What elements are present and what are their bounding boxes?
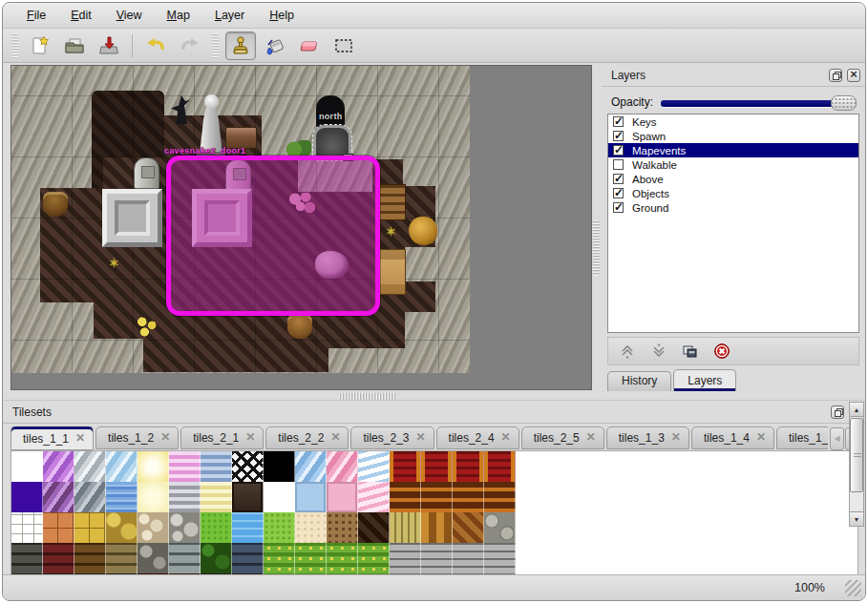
tile-brick-gray[interactable] — [421, 543, 453, 573]
toolbar-grip[interactable] — [11, 33, 18, 58]
tile-blue-solid[interactable] — [295, 482, 327, 512]
tile-grass2[interactable] — [264, 512, 295, 543]
tile-brick-white[interactable] — [11, 512, 43, 543]
tile-grassrow[interactable] — [327, 543, 358, 573]
tile-bamboo[interactable] — [390, 512, 421, 543]
tile-pale-yellow[interactable] — [138, 482, 169, 512]
tile-crys-blue[interactable] — [106, 451, 138, 482]
stamp-tool-icon[interactable] — [225, 31, 256, 60]
raise-layer-icon[interactable] — [616, 340, 639, 363]
toolbar-grip[interactable] — [212, 33, 219, 58]
tileset-tab-tiles_1_4[interactable]: tiles_1_4✕ — [691, 426, 774, 449]
tile-pink-solid[interactable] — [327, 482, 358, 512]
tab-close-icon[interactable]: ✕ — [330, 431, 340, 443]
tab-close-icon[interactable]: ✕ — [501, 431, 511, 443]
layer-row-walkable[interactable]: Walkable — [608, 157, 858, 172]
menu-edit[interactable]: Edit — [60, 6, 102, 25]
tile-wave-pink[interactable] — [358, 482, 390, 512]
layer-row-objects[interactable]: Objects — [608, 186, 858, 200]
scroll-down-icon[interactable]: ▼ — [850, 511, 863, 526]
close-panel-icon[interactable] — [847, 69, 860, 82]
menu-view[interactable]: View — [106, 6, 153, 25]
tile-wall-gray[interactable] — [169, 543, 201, 573]
tileset-tab-tiles_2_4[interactable]: tiles_2_4✕ — [436, 426, 519, 449]
map-viewport[interactable]: ✶ ✶ cavesnake2_door1 north — [11, 65, 592, 390]
menu-file[interactable]: File — [16, 6, 56, 25]
tile-stripe-pink[interactable] — [169, 451, 201, 482]
float-panel-icon[interactable] — [829, 69, 842, 82]
delete-layer-icon[interactable] — [710, 340, 733, 363]
tab-close-icon[interactable]: ✕ — [756, 431, 766, 443]
tile-glow-yellow[interactable] — [138, 451, 169, 482]
tile-stone-gray[interactable] — [169, 512, 201, 543]
rect-select-tool-icon[interactable] — [328, 31, 359, 60]
tile-carpet-red[interactable] — [484, 451, 516, 482]
tile-crys-silver[interactable] — [74, 451, 106, 482]
layer-visibility-checkbox[interactable] — [613, 202, 624, 213]
open-file-icon[interactable] — [59, 31, 90, 60]
tile-tile-gold[interactable] — [74, 512, 106, 543]
tile-cobble-yellow[interactable] — [106, 512, 138, 543]
layer-row-mapevents[interactable]: Mapevents — [608, 143, 858, 157]
tile-shingle[interactable] — [358, 512, 390, 543]
tile-crys-silver2[interactable] — [74, 482, 106, 512]
layer-visibility-checkbox[interactable] — [613, 188, 624, 198]
tile-dirt[interactable] — [327, 512, 358, 543]
layer-visibility-checkbox[interactable] — [613, 145, 624, 156]
tile-crys-blue2[interactable] — [295, 451, 327, 482]
tile-wall-blue[interactable] — [232, 543, 264, 573]
duplicate-layer-icon[interactable] — [679, 340, 702, 363]
scrollbar-thumb[interactable] — [850, 418, 863, 492]
tile-brick-gray[interactable] — [453, 543, 484, 573]
tile-pebble[interactable] — [138, 512, 169, 543]
fill-tool-icon[interactable] — [260, 31, 290, 60]
tab-close-icon[interactable]: ✕ — [415, 431, 425, 443]
tile-sign[interactable] — [232, 482, 264, 512]
tile-carpet-brown[interactable] — [484, 482, 516, 512]
tile-carpet-brown[interactable] — [453, 482, 484, 512]
tile-black[interactable] — [264, 451, 295, 482]
redo-icon[interactable] — [175, 31, 205, 60]
layer-row-spawn[interactable]: Spawn — [608, 129, 858, 143]
opacity-slider[interactable] — [661, 100, 856, 107]
new-file-icon[interactable] — [25, 31, 55, 60]
tile-crys-purple[interactable] — [43, 451, 74, 482]
tile-carpet-red[interactable] — [453, 451, 484, 482]
menu-map[interactable]: Map — [157, 6, 201, 25]
tile-stripe-gray[interactable] — [169, 482, 201, 512]
layer-row-keys[interactable]: Keys — [608, 114, 858, 129]
scroll-up-icon[interactable]: ▲ — [850, 403, 863, 417]
tile-carpet-red[interactable] — [390, 451, 421, 482]
layer-row-ground[interactable]: Ground — [608, 200, 858, 215]
map-selection-rect[interactable] — [166, 156, 380, 316]
tile-grassrow[interactable] — [264, 543, 295, 573]
menu-help[interactable]: Help — [259, 6, 305, 25]
layer-visibility-checkbox[interactable] — [613, 131, 624, 141]
tile-brick-gray[interactable] — [390, 543, 421, 573]
tile-wall-brown[interactable] — [74, 543, 106, 573]
tile-water-shimmer[interactable] — [106, 482, 138, 512]
vertical-splitter[interactable] — [593, 220, 600, 276]
tile-carpet-red[interactable] — [421, 451, 453, 482]
tab-close-icon[interactable]: ✕ — [75, 432, 85, 444]
layer-visibility-checkbox[interactable] — [613, 159, 624, 170]
tile-tile-orange[interactable] — [43, 512, 74, 543]
horizontal-splitter[interactable] — [339, 393, 396, 400]
layer-visibility-checkbox[interactable] — [613, 174, 624, 184]
layer-row-above[interactable]: Above — [608, 172, 858, 186]
tile-indigo[interactable] — [11, 482, 43, 512]
tile-wall-red[interactable] — [43, 543, 74, 573]
tab-history[interactable]: History — [607, 371, 671, 391]
tile-brick-gray[interactable] — [484, 543, 516, 573]
undo-icon[interactable] — [140, 31, 171, 60]
tile-sand[interactable] — [295, 512, 327, 543]
tab-close-icon[interactable]: ✕ — [245, 431, 255, 443]
tileset-tab-tiles_1_[interactable]: tiles_1_✕ — [776, 426, 828, 449]
tile-crys-purple2[interactable] — [43, 482, 74, 512]
eraser-tool-icon[interactable] — [294, 31, 325, 60]
tile-white[interactable] — [264, 482, 295, 512]
tile-grassrow[interactable] — [295, 543, 327, 573]
tile-hedge[interactable] — [201, 543, 232, 573]
tile-carpet-brown[interactable] — [390, 482, 421, 512]
opacity-slider-handle[interactable] — [831, 95, 857, 111]
